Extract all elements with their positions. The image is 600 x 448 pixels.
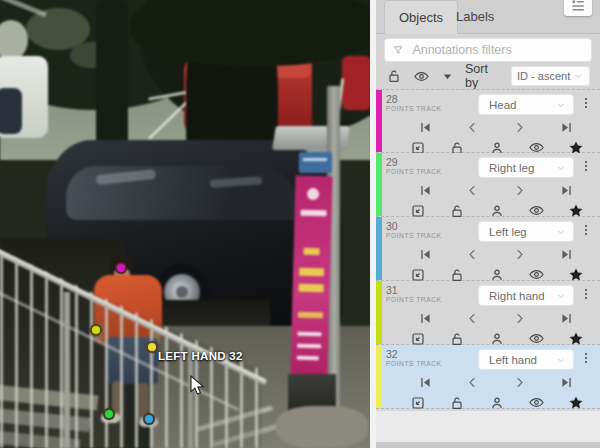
track-color-bar bbox=[376, 153, 382, 216]
chevron-down-icon bbox=[555, 99, 567, 111]
object-row[interactable]: 30 POINTS TRACK Left leg bbox=[376, 217, 600, 281]
object-type: POINTS TRACK bbox=[386, 360, 442, 367]
object-row[interactable]: 29 POINTS TRACK Right leg bbox=[376, 153, 600, 217]
label-select[interactable]: Head bbox=[478, 94, 574, 115]
chevron-down-icon bbox=[555, 226, 567, 238]
first-keyframe-button[interactable] bbox=[418, 120, 433, 135]
expand-caret-icon[interactable] bbox=[441, 70, 454, 83]
hidden-button[interactable] bbox=[528, 394, 545, 411]
sort-by-label: Sort by bbox=[465, 62, 504, 90]
next-keyframe-button[interactable] bbox=[512, 375, 527, 390]
object-id: 32 bbox=[386, 349, 442, 360]
chevron-down-icon bbox=[555, 162, 567, 174]
object-id: 29 bbox=[386, 157, 442, 168]
sort-select-value: ID - ascent bbox=[517, 70, 572, 82]
lock-all-icon[interactable] bbox=[386, 68, 402, 84]
annotations-filter-box[interactable] bbox=[384, 38, 592, 62]
annotation-app: LEFT HAND 32 Objects Labels bbox=[0, 0, 600, 448]
label-select-value: Right leg bbox=[489, 162, 555, 174]
keypoint-right-hand[interactable] bbox=[90, 324, 102, 336]
keypoint-tooltip: LEFT HAND 32 bbox=[158, 350, 243, 362]
first-keyframe-button[interactable] bbox=[418, 375, 433, 390]
sidebar-tabbar: Objects Labels bbox=[376, 0, 600, 34]
prev-keyframe-button[interactable] bbox=[465, 375, 480, 390]
keypoint-right-leg[interactable] bbox=[103, 408, 115, 420]
switch-outside-button[interactable] bbox=[410, 395, 426, 411]
next-keyframe-button[interactable] bbox=[512, 183, 527, 198]
tab-labels[interactable]: Labels bbox=[442, 0, 508, 33]
more-actions-button[interactable] bbox=[578, 349, 594, 367]
object-type: POINTS TRACK bbox=[386, 168, 442, 175]
annotation-canvas[interactable]: LEFT HAND 32 bbox=[0, 0, 371, 448]
label-select[interactable]: Right leg bbox=[478, 157, 574, 178]
keypoint-left-hand[interactable] bbox=[146, 341, 158, 353]
last-keyframe-button[interactable] bbox=[559, 247, 574, 262]
more-actions-button[interactable] bbox=[578, 94, 594, 112]
object-row[interactable]: 31 POINTS TRACK Right hand bbox=[376, 281, 600, 345]
first-keyframe-button[interactable] bbox=[418, 247, 433, 262]
objects-sidebar: Objects Labels Sort by ID - ascent bbox=[376, 0, 600, 448]
object-type: POINTS TRACK bbox=[386, 232, 442, 239]
first-keyframe-button[interactable] bbox=[418, 183, 433, 198]
lock-button[interactable] bbox=[449, 395, 465, 411]
object-id: 30 bbox=[386, 221, 442, 232]
object-type: POINTS TRACK bbox=[386, 105, 442, 112]
track-color-bar bbox=[376, 281, 382, 344]
first-keyframe-button[interactable] bbox=[418, 311, 433, 326]
label-select-value: Head bbox=[489, 99, 555, 111]
objects-list: 28 POINTS TRACK Head bbox=[376, 89, 600, 442]
object-row[interactable]: 32 POINTS TRACK Left hand bbox=[376, 345, 600, 409]
last-keyframe-button[interactable] bbox=[559, 311, 574, 326]
appearance-menu-button[interactable] bbox=[564, 0, 592, 16]
prev-keyframe-button[interactable] bbox=[465, 311, 480, 326]
prev-keyframe-button[interactable] bbox=[465, 120, 480, 135]
track-color-bar bbox=[376, 217, 382, 280]
label-select-value: Right hand bbox=[489, 290, 555, 302]
label-select-value: Left hand bbox=[489, 354, 555, 366]
keyframe-star-button[interactable] bbox=[568, 395, 584, 411]
hide-all-icon[interactable] bbox=[413, 68, 430, 85]
next-keyframe-button[interactable] bbox=[512, 247, 527, 262]
sort-select[interactable]: ID - ascent bbox=[511, 66, 590, 86]
chevron-down-icon bbox=[555, 354, 567, 366]
label-select[interactable]: Left leg bbox=[478, 221, 574, 242]
filter-funnel-icon bbox=[392, 43, 404, 57]
label-select-value: Left leg bbox=[489, 226, 555, 238]
annotations-filter-input[interactable] bbox=[410, 42, 584, 58]
next-keyframe-button[interactable] bbox=[512, 311, 527, 326]
object-id: 31 bbox=[386, 285, 442, 296]
occluded-button[interactable] bbox=[489, 395, 505, 411]
label-select[interactable]: Left hand bbox=[478, 349, 574, 370]
red-car-far bbox=[342, 56, 371, 110]
object-row[interactable]: 28 POINTS TRACK Head bbox=[376, 89, 600, 153]
chevron-down-icon bbox=[572, 70, 584, 82]
object-type: POINTS TRACK bbox=[386, 296, 442, 303]
pink-banner bbox=[290, 176, 332, 375]
next-keyframe-button[interactable] bbox=[512, 120, 527, 135]
more-actions-button[interactable] bbox=[578, 221, 594, 239]
object-id: 28 bbox=[386, 94, 442, 105]
global-controls-row: Sort by ID - ascent bbox=[376, 63, 600, 89]
kiosk-blue-sign bbox=[299, 152, 332, 173]
label-select[interactable]: Right hand bbox=[478, 285, 574, 306]
last-keyframe-button[interactable] bbox=[559, 183, 574, 198]
more-actions-button[interactable] bbox=[578, 285, 594, 303]
prev-keyframe-button[interactable] bbox=[465, 247, 480, 262]
prev-keyframe-button[interactable] bbox=[465, 183, 480, 198]
mouse-cursor-icon bbox=[190, 375, 207, 401]
track-color-bar bbox=[376, 345, 382, 408]
chevron-down-icon bbox=[555, 290, 567, 302]
last-keyframe-button[interactable] bbox=[559, 120, 574, 135]
tree-trunk bbox=[96, 0, 128, 162]
more-actions-button[interactable] bbox=[578, 157, 594, 175]
last-keyframe-button[interactable] bbox=[559, 375, 574, 390]
keypoint-left-leg[interactable] bbox=[143, 413, 155, 425]
keypoint-head[interactable] bbox=[115, 262, 127, 274]
photo-scene bbox=[0, 0, 371, 448]
track-color-bar bbox=[376, 90, 382, 152]
